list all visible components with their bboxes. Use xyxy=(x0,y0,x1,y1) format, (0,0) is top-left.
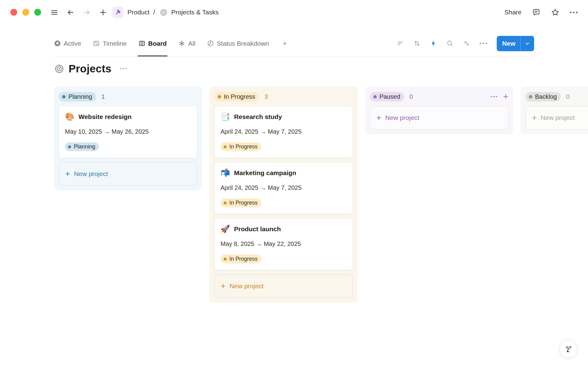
tab-board[interactable]: Board xyxy=(138,31,167,56)
breadcrumb-separator: / xyxy=(153,9,155,16)
card-date-range: April 24, 2025 → May 7, 2025 xyxy=(221,184,347,191)
view-tabbar: Active Timeline Board All Status Breakdo… xyxy=(54,31,534,56)
automation-lightning-icon[interactable] xyxy=(430,40,437,47)
card-marketing-campaign[interactable]: 📬 Marketing campaign April 24, 2025 → Ma… xyxy=(214,162,353,214)
page-title-options-icon[interactable] xyxy=(120,68,127,70)
palette-emoji-icon: 🎨 xyxy=(65,113,74,121)
new-project-button-in-progress[interactable]: + New project xyxy=(214,274,353,298)
board-view: Planning 1 🎨 Website redesign May 10, 20… xyxy=(54,86,588,362)
back-icon[interactable] xyxy=(66,8,75,17)
column-options-icon[interactable] xyxy=(491,96,498,98)
star-circle-icon xyxy=(54,40,61,47)
bookmark-tabs-emoji-icon: 📑 xyxy=(221,113,230,121)
breadcrumb-workspace[interactable]: Product xyxy=(127,9,149,16)
new-dropdown-chevron-icon[interactable] xyxy=(521,36,534,51)
mailbox-emoji-icon: 📬 xyxy=(221,169,230,177)
window-titlebar: Product / Projects & Tasks Share xyxy=(0,0,588,25)
status-dot xyxy=(373,95,377,98)
comments-icon[interactable] xyxy=(532,8,541,17)
new-project-button-paused[interactable]: + New project xyxy=(370,106,508,129)
product-workspace-icon[interactable] xyxy=(112,6,124,18)
status-dot xyxy=(529,95,532,98)
card-date-range: April 24, 2025 → May 7, 2025 xyxy=(221,128,347,135)
board-icon xyxy=(138,40,145,47)
timeline-icon xyxy=(93,40,100,47)
column-in-progress-pill[interactable]: In Progress xyxy=(214,92,259,102)
search-icon[interactable] xyxy=(447,40,454,47)
add-view-button[interactable]: + xyxy=(282,39,287,48)
column-add-card-icon[interactable]: + xyxy=(503,92,508,101)
tab-timeline[interactable]: Timeline xyxy=(93,31,127,56)
ai-face-icon xyxy=(564,344,573,354)
card-website-redesign[interactable]: 🎨 Website redesign May 10, 2025 → May 26… xyxy=(59,106,197,158)
new-project-button-planning[interactable]: + New project xyxy=(59,162,197,186)
more-options-icon[interactable] xyxy=(570,12,578,13)
column-in-progress: In Progress 3 📑 Research study April 24,… xyxy=(209,86,358,303)
new-project-button-backlog[interactable]: + New project xyxy=(526,106,588,129)
card-research-study[interactable]: 📑 Research study April 24, 2025 → May 7,… xyxy=(214,106,353,158)
asterisk-icon xyxy=(178,40,185,47)
card-status-badge: In Progress xyxy=(221,255,261,263)
plus-icon: + xyxy=(221,282,226,290)
plus-icon: + xyxy=(376,114,381,122)
filter-icon[interactable] xyxy=(397,40,404,47)
projects-target-icon[interactable] xyxy=(55,64,64,74)
tab-all[interactable]: All xyxy=(178,31,195,56)
minimize-window-button[interactable] xyxy=(22,9,29,16)
forward-icon[interactable] xyxy=(83,8,91,17)
sidebar-menu-icon[interactable] xyxy=(50,8,58,17)
pie-chart-icon xyxy=(207,40,214,47)
column-in-progress-count: 3 xyxy=(264,93,268,100)
column-paused-pill[interactable]: Paused xyxy=(370,92,404,102)
column-planning: Planning 1 🎨 Website redesign May 10, 20… xyxy=(54,86,202,190)
card-product-launch[interactable]: 🚀 Product launch May 8, 2025 → May 22, 2… xyxy=(214,218,353,270)
column-backlog-pill[interactable]: Backlog xyxy=(526,92,561,102)
status-dot xyxy=(62,95,66,98)
column-paused: Paused 0 + + New project xyxy=(365,86,513,134)
card-status-badge: In Progress xyxy=(221,142,261,151)
page-target-icon xyxy=(160,9,168,16)
card-status-badge: In Progress xyxy=(221,198,261,207)
page-title: Projects xyxy=(69,63,111,75)
plus-icon: + xyxy=(532,114,537,122)
favorite-star-icon[interactable] xyxy=(551,8,560,17)
card-date-range: May 10, 2025 → May 26, 2025 xyxy=(65,128,191,135)
view-more-options-icon[interactable] xyxy=(480,43,487,44)
share-button[interactable]: Share xyxy=(504,9,522,16)
tab-status-breakdown[interactable]: Status Breakdown xyxy=(207,31,269,56)
zoom-window-button[interactable] xyxy=(34,9,41,16)
breadcrumb: Product / Projects & Tasks xyxy=(112,6,219,18)
plus-icon: + xyxy=(65,170,70,178)
column-planning-pill[interactable]: Planning xyxy=(59,92,96,102)
new-button-label[interactable]: New xyxy=(497,36,520,51)
column-backlog-count: 0 xyxy=(566,93,570,100)
new-tab-icon[interactable] xyxy=(99,8,107,17)
close-window-button[interactable] xyxy=(10,9,17,16)
ai-assistant-button[interactable] xyxy=(560,340,577,358)
window-controls xyxy=(10,9,41,16)
column-planning-count: 1 xyxy=(101,93,105,100)
card-date-range: May 8, 2025 → May 22, 2025 xyxy=(221,240,347,247)
column-backlog: Backlog 0 + New project xyxy=(521,86,588,134)
breadcrumb-page[interactable]: Projects & Tasks xyxy=(171,9,219,16)
sort-icon[interactable] xyxy=(413,40,420,47)
rocket-emoji-icon: 🚀 xyxy=(221,225,230,233)
tab-active[interactable]: Active xyxy=(54,31,81,56)
card-status-badge: Planning xyxy=(65,142,99,151)
column-paused-count: 0 xyxy=(409,93,413,100)
new-button[interactable]: New xyxy=(497,36,534,51)
expand-icon[interactable] xyxy=(463,40,470,47)
status-dot xyxy=(218,95,221,98)
